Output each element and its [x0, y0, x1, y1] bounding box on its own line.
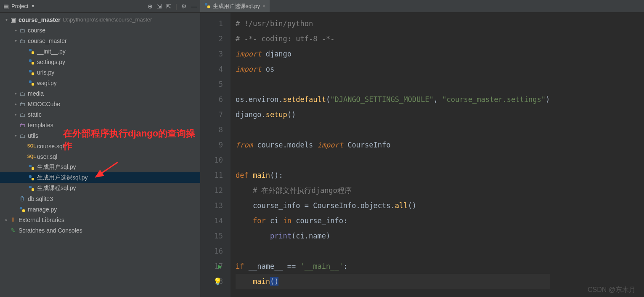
svg-rect-14	[20, 206, 22, 209]
line-number[interactable]: 10	[205, 153, 223, 168]
chevron-down-icon[interactable]: ▾	[13, 38, 19, 43]
tree-label: External Libraries	[19, 217, 64, 223]
tree-row[interactable]: urls.py	[0, 67, 200, 78]
gear-icon[interactable]: ⚙	[181, 3, 187, 10]
tree-row[interactable]: SQLcourse.sql	[0, 141, 200, 151]
tree-row[interactable]: ▾🗀course_master	[0, 35, 200, 46]
expand-icon[interactable]: ⇲	[157, 3, 162, 10]
file-tab[interactable]: 生成用户选课sql.py ×	[200, 0, 270, 12]
code-line[interactable]: def main():	[236, 168, 550, 183]
svg-rect-17	[205, 3, 207, 5]
module-icon: ▣	[9, 16, 17, 23]
svg-rect-18	[207, 5, 210, 8]
collapse-icon[interactable]: ⇱	[166, 3, 171, 10]
line-number[interactable]: 3	[205, 46, 223, 62]
code-line[interactable]: if __name__ == '__main__':	[236, 259, 550, 274]
tree-label: settings.py	[37, 59, 65, 65]
line-number[interactable]: 12	[205, 183, 223, 198]
tree-row[interactable]: ▸🗀static	[0, 109, 200, 120]
line-number[interactable]: 11	[205, 168, 223, 183]
line-number[interactable]: 14	[205, 213, 223, 228]
line-number[interactable]: 13	[205, 198, 223, 213]
chevron-down-icon[interactable]: ▾	[13, 133, 19, 138]
external-libraries[interactable]: ▸ ⫴ External Libraries	[0, 214, 200, 225]
chevron-down-icon[interactable]: ▾	[3, 17, 9, 22]
code-line[interactable]: import os	[236, 62, 550, 77]
file-icon: SQL	[28, 154, 35, 159]
run-icon[interactable]: ▶	[218, 259, 222, 274]
code-line[interactable]	[236, 243, 550, 259]
file-icon: 🗀	[19, 132, 26, 139]
chevron-right-icon[interactable]: ▸	[13, 28, 19, 32]
line-gutter[interactable]: 1234567891011121314151617▶18💡	[200, 13, 231, 297]
code-editor[interactable]: 1234567891011121314151617▶18💡 # !/usr/bi…	[200, 13, 644, 297]
tree-label: manage.py	[28, 206, 57, 213]
chevron-right-icon[interactable]: ▸	[13, 102, 19, 106]
line-number[interactable]: 5	[205, 77, 223, 92]
line-number[interactable]: 7	[205, 107, 223, 122]
code-line[interactable]	[236, 77, 550, 92]
tree-row[interactable]: __init__.py	[0, 46, 200, 56]
code-line[interactable]	[236, 122, 550, 137]
tree-row[interactable]: manage.py	[0, 204, 200, 214]
tree-row[interactable]: 生成用户选课sql.py	[0, 172, 200, 183]
tree-row[interactable]: SQLuser.sql	[0, 151, 200, 162]
line-number[interactable]: 15	[205, 228, 223, 243]
svg-rect-11	[32, 178, 34, 180]
editor-pane: 生成用户选课sql.py × 1234567891011121314151617…	[200, 0, 644, 297]
target-icon[interactable]: ⊕	[148, 3, 153, 10]
chevron-right-icon[interactable]: ▸	[13, 91, 19, 96]
tree-label: course	[28, 27, 45, 34]
tree-root[interactable]: ▾ ▣ course_master D:\pythonpro\sideline\…	[0, 14, 200, 25]
code-line[interactable]	[236, 153, 550, 168]
chevron-right-icon[interactable]: ▸	[13, 112, 19, 117]
line-number[interactable]: 9	[205, 137, 223, 153]
chevron-right-icon[interactable]: ▸	[3, 217, 9, 222]
code-line[interactable]: os.environ.setdefault("DJANGO_SETTINGS_M…	[236, 92, 550, 107]
line-number[interactable]: 2	[205, 31, 223, 46]
tree-row[interactable]: ▾🗀utils	[0, 130, 200, 141]
hide-icon[interactable]: —	[191, 3, 197, 10]
scratches-icon: ✎	[9, 227, 17, 234]
tree-row[interactable]: ▸🗀MOOCCube	[0, 99, 200, 109]
line-number[interactable]: 6	[205, 92, 223, 107]
tree-row[interactable]: 生成课程sql.py	[0, 183, 200, 193]
code-area[interactable]: # !/usr/bin/python# -*- coding: utf-8 -*…	[231, 13, 555, 297]
file-icon	[28, 80, 35, 86]
file-icon	[28, 70, 35, 75]
svg-rect-15	[22, 209, 25, 212]
code-line[interactable]: main()	[236, 274, 550, 289]
scratches[interactable]: ✎ Scratches and Consoles	[0, 225, 200, 235]
tree-row[interactable]: wsgi.py	[0, 78, 200, 88]
tree-label: wsgi.py	[37, 80, 57, 86]
tree-row[interactable]: ▸🗀course	[0, 25, 200, 35]
tree-label: urls.py	[37, 69, 54, 76]
code-line[interactable]: # 在外部文件执行django程序	[236, 183, 550, 198]
tree-row[interactable]: ▸🗀media	[0, 88, 200, 99]
divider: |	[175, 3, 177, 10]
code-line[interactable]: django.setup()	[236, 107, 550, 122]
bulb-icon[interactable]: 💡	[213, 274, 222, 289]
tree-row[interactable]: settings.py	[0, 56, 200, 67]
line-number[interactable]: 18💡	[205, 274, 223, 289]
code-line[interactable]: print(ci.name)	[236, 228, 550, 243]
tree-row[interactable]: 🗀templates	[0, 120, 200, 130]
code-line[interactable]: course_info = CourseInfo.objects.all()	[236, 198, 550, 213]
tree-row[interactable]: 🛢db.sqlite3	[0, 193, 200, 204]
project-sidebar: ▤ Project ▼ ⊕ ⇲ ⇱ | ⚙ — ▾ ▣ course_maste…	[0, 0, 200, 297]
line-number[interactable]: 17▶	[205, 259, 223, 274]
code-line[interactable]: from course.models import CourseInfo	[236, 137, 550, 153]
code-line[interactable]: # !/usr/bin/python	[236, 16, 550, 31]
close-icon[interactable]: ×	[262, 3, 265, 9]
tree-row[interactable]: 生成用户sql.py	[0, 162, 200, 172]
code-line[interactable]: # -*- coding: utf-8 -*-	[236, 31, 550, 46]
line-number[interactable]: 8	[205, 122, 223, 137]
svg-rect-2	[29, 59, 32, 62]
project-dropdown[interactable]: ▤ Project ▼	[3, 3, 35, 10]
project-tree[interactable]: ▾ ▣ course_master D:\pythonpro\sideline\…	[0, 13, 200, 297]
code-line[interactable]: for ci in course_info:	[236, 213, 550, 228]
code-line[interactable]: import django	[236, 46, 550, 62]
line-number[interactable]: 4	[205, 62, 223, 77]
line-number[interactable]: 16	[205, 243, 223, 259]
line-number[interactable]: 1	[205, 16, 223, 31]
